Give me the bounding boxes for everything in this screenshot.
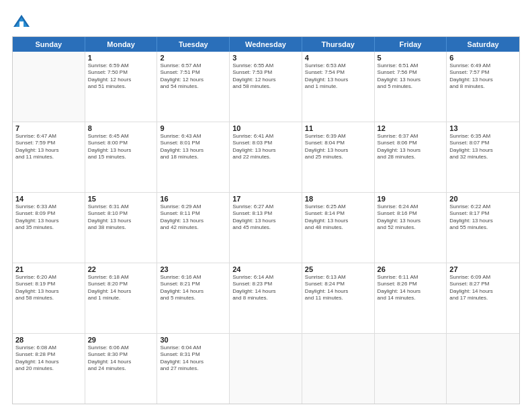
day-info-line: and 55 minutes.: [449, 224, 517, 231]
day-info-line: Sunrise: 6:06 AM: [88, 345, 154, 351]
day-info-line: Daylight: 13 hours: [15, 218, 82, 224]
day-info-line: and 20 minutes.: [15, 365, 82, 372]
logo-icon: [12, 12, 31, 31]
logo: [12, 12, 34, 31]
day-info-line: and 1 minute.: [305, 83, 371, 90]
day-info-line: and 11 minutes.: [15, 154, 82, 161]
day-info-line: Sunrise: 6:20 AM: [15, 274, 82, 281]
day-info-line: Sunrise: 6:11 AM: [378, 274, 444, 281]
calendar-cell: 15Sunrise: 6:31 AMSunset: 8:10 PMDayligh…: [85, 193, 158, 263]
day-number: 24: [232, 265, 299, 273]
calendar-cell: 25Sunrise: 6:13 AMSunset: 8:24 PMDayligh…: [302, 263, 375, 333]
day-info-line: and 24 minutes.: [88, 365, 154, 372]
day-info-line: Daylight: 14 hours: [15, 359, 82, 365]
day-info-line: Daylight: 14 hours: [160, 288, 226, 295]
day-info-line: Daylight: 13 hours: [378, 147, 444, 154]
day-number: 16: [160, 195, 226, 203]
day-info-line: Sunset: 7:53 PM: [232, 69, 299, 76]
day-number: 20: [449, 195, 517, 203]
day-info-line: Sunrise: 6:41 AM: [232, 133, 299, 140]
day-number: 11: [305, 124, 371, 132]
day-info-line: and 17 minutes.: [449, 295, 517, 302]
calendar-cell: 6Sunrise: 6:49 AMSunset: 7:57 PMDaylight…: [447, 52, 519, 122]
day-info-line: Sunset: 8:23 PM: [232, 281, 299, 287]
calendar-cell: 8Sunrise: 6:45 AMSunset: 8:00 PMDaylight…: [85, 122, 158, 192]
weekday-header-monday: Monday: [85, 37, 158, 52]
day-info-line: Sunset: 8:26 PM: [378, 281, 444, 287]
day-info-line: and 15 minutes.: [88, 154, 154, 161]
day-info-line: Sunset: 7:51 PM: [160, 69, 226, 76]
calendar-row-3: 14Sunrise: 6:33 AMSunset: 8:09 PMDayligh…: [13, 193, 519, 263]
calendar-cell: 10Sunrise: 6:41 AMSunset: 8:03 PMDayligh…: [230, 122, 302, 192]
day-info-line: and 8 minutes.: [232, 295, 299, 302]
calendar-cell: 26Sunrise: 6:11 AMSunset: 8:26 PMDayligh…: [375, 263, 447, 333]
day-info-line: Sunrise: 6:13 AM: [305, 274, 371, 281]
day-number: 19: [378, 195, 444, 203]
calendar-body: 1Sunrise: 6:59 AMSunset: 7:50 PMDaylight…: [13, 52, 519, 404]
day-info-line: Sunset: 7:54 PM: [305, 69, 371, 76]
day-number: 15: [88, 195, 154, 203]
day-info-line: Sunrise: 6:51 AM: [378, 62, 444, 69]
day-number: 14: [15, 195, 82, 203]
calendar-cell: 5Sunrise: 6:51 AMSunset: 7:56 PMDaylight…: [375, 52, 447, 122]
day-number: 8: [88, 124, 154, 132]
weekday-header-wednesday: Wednesday: [230, 37, 302, 52]
calendar-cell: [230, 334, 302, 404]
calendar-cell: 2Sunrise: 6:57 AMSunset: 7:51 PMDaylight…: [157, 52, 230, 122]
day-info-line: Sunset: 7:50 PM: [88, 69, 154, 76]
day-info-line: and 45 minutes.: [232, 224, 299, 231]
calendar-cell: 28Sunrise: 6:08 AMSunset: 8:28 PMDayligh…: [13, 334, 85, 404]
day-info-line: and 18 minutes.: [160, 154, 226, 161]
calendar: SundayMondayTuesdayWednesdayThursdayFrid…: [12, 36, 520, 404]
day-info-line: Daylight: 12 hours: [160, 77, 226, 83]
calendar-cell: 11Sunrise: 6:39 AMSunset: 8:04 PMDayligh…: [302, 122, 375, 192]
calendar-cell: 24Sunrise: 6:14 AMSunset: 8:23 PMDayligh…: [230, 263, 302, 333]
day-number: 26: [378, 265, 444, 273]
day-number: 9: [160, 124, 226, 132]
day-info-line: Sunset: 8:10 PM: [88, 210, 154, 217]
day-info-line: and 5 minutes.: [378, 83, 444, 90]
day-info-line: Sunrise: 6:04 AM: [160, 345, 226, 351]
day-info-line: and 52 minutes.: [378, 224, 444, 231]
calendar-cell: [302, 334, 375, 404]
day-info-line: Daylight: 13 hours: [305, 77, 371, 83]
day-info-line: Sunrise: 6:49 AM: [449, 62, 517, 69]
calendar-cell: 12Sunrise: 6:37 AMSunset: 8:06 PMDayligh…: [375, 122, 447, 192]
day-info-line: Sunset: 7:56 PM: [378, 69, 444, 76]
day-info-line: Sunset: 8:14 PM: [305, 210, 371, 217]
day-info-line: Daylight: 14 hours: [449, 288, 517, 295]
day-info-line: Sunrise: 6:31 AM: [88, 203, 154, 210]
day-info-line: Daylight: 13 hours: [378, 77, 444, 83]
day-info-line: Sunset: 8:01 PM: [160, 140, 226, 146]
day-info-line: Sunset: 8:06 PM: [378, 140, 444, 146]
day-info-line: Sunrise: 6:16 AM: [160, 274, 226, 281]
day-info-line: and 51 minutes.: [88, 83, 154, 90]
weekday-header-tuesday: Tuesday: [157, 37, 230, 52]
day-info-line: Sunrise: 6:55 AM: [232, 62, 299, 69]
day-info-line: Sunrise: 6:35 AM: [449, 133, 517, 140]
calendar-cell: 23Sunrise: 6:16 AMSunset: 8:21 PMDayligh…: [157, 263, 230, 333]
day-info-line: and 35 minutes.: [15, 224, 82, 231]
page: SundayMondayTuesdayWednesdayThursdayFrid…: [0, 0, 532, 411]
day-info-line: and 22 minutes.: [232, 154, 299, 161]
day-number: 6: [449, 54, 517, 62]
day-info-line: Sunset: 8:04 PM: [305, 140, 371, 146]
calendar-cell: 20Sunrise: 6:22 AMSunset: 8:17 PMDayligh…: [447, 193, 519, 263]
day-info-line: Daylight: 14 hours: [305, 288, 371, 295]
day-info-line: and 32 minutes.: [449, 154, 517, 161]
weekday-header-thursday: Thursday: [302, 37, 375, 52]
day-info-line: Daylight: 14 hours: [232, 288, 299, 295]
calendar-cell: 4Sunrise: 6:53 AMSunset: 7:54 PMDaylight…: [302, 52, 375, 122]
day-info-line: Sunset: 8:17 PM: [449, 210, 517, 217]
weekday-header-friday: Friday: [375, 37, 447, 52]
calendar-cell: 19Sunrise: 6:24 AMSunset: 8:16 PMDayligh…: [375, 193, 447, 263]
day-info-line: Daylight: 13 hours: [305, 218, 371, 224]
day-number: 22: [88, 265, 154, 273]
day-info-line: Sunset: 8:27 PM: [449, 281, 517, 287]
day-info-line: Daylight: 12 hours: [232, 77, 299, 83]
day-info-line: and 27 minutes.: [160, 365, 226, 372]
weekday-header-saturday: Saturday: [447, 37, 519, 52]
day-info-line: and 54 minutes.: [160, 83, 226, 90]
calendar-row-4: 21Sunrise: 6:20 AMSunset: 8:19 PMDayligh…: [13, 263, 519, 334]
day-info-line: and 25 minutes.: [305, 154, 371, 161]
